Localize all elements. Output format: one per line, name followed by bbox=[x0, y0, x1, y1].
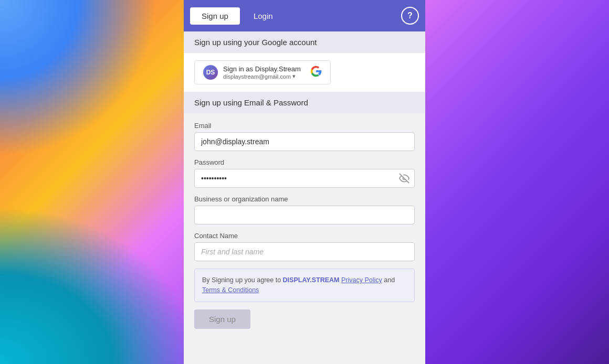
signup-tab[interactable]: Sign up bbox=[190, 7, 240, 25]
google-icon bbox=[310, 66, 322, 80]
email-group: Email bbox=[194, 122, 415, 151]
terms-conditions-link[interactable]: Terms & Conditions bbox=[202, 286, 259, 294]
password-label: Password bbox=[194, 158, 415, 166]
brand-name: DISPLAY.STREAM bbox=[283, 276, 340, 284]
business-input[interactable] bbox=[194, 206, 415, 224]
form-section: Email Password Business or organizatio bbox=[184, 113, 425, 337]
google-info: Sign in as Display.Stream displaystream@… bbox=[223, 65, 305, 80]
email-section-header: Sign up using Email & Password bbox=[184, 92, 425, 113]
google-email: displaystream@gmail.com ▾ bbox=[223, 73, 305, 80]
password-input[interactable] bbox=[194, 169, 415, 188]
terms-box: By Signing up you agree to DISPLAY.STREA… bbox=[194, 269, 415, 302]
privacy-policy-link[interactable]: Privacy Policy bbox=[341, 276, 382, 284]
google-signin-button[interactable]: DS Sign in as Display.Stream displaystre… bbox=[194, 60, 331, 84]
password-group: Password bbox=[194, 158, 415, 188]
toggle-password-button[interactable] bbox=[399, 173, 410, 184]
contact-group: Contact Name bbox=[194, 232, 415, 261]
dropdown-icon: ▾ bbox=[292, 73, 296, 80]
business-group: Business or organization name bbox=[194, 195, 415, 224]
google-avatar: DS bbox=[203, 65, 218, 80]
business-label: Business or organization name bbox=[194, 195, 415, 203]
signup-submit-button[interactable]: Sign up bbox=[194, 309, 250, 329]
login-tab[interactable]: Login bbox=[242, 7, 285, 25]
contact-input[interactable] bbox=[194, 242, 415, 261]
email-label: Email bbox=[194, 122, 415, 130]
email-input[interactable] bbox=[194, 132, 415, 151]
form-content: Sign up using your Google account DS Sig… bbox=[184, 31, 425, 364]
google-display-name: Sign in as Display.Stream bbox=[223, 65, 305, 73]
password-wrapper bbox=[194, 169, 415, 188]
google-section-header: Sign up using your Google account bbox=[184, 31, 425, 53]
eye-slash-icon bbox=[399, 173, 410, 184]
help-button[interactable]: ? bbox=[401, 7, 419, 25]
google-signin-area: DS Sign in as Display.Stream displaystre… bbox=[184, 53, 425, 92]
contact-label: Contact Name bbox=[194, 232, 415, 240]
main-panel: Sign up Login ? Sign up using your Googl… bbox=[184, 0, 425, 364]
topbar: Sign up Login ? bbox=[184, 0, 425, 31]
